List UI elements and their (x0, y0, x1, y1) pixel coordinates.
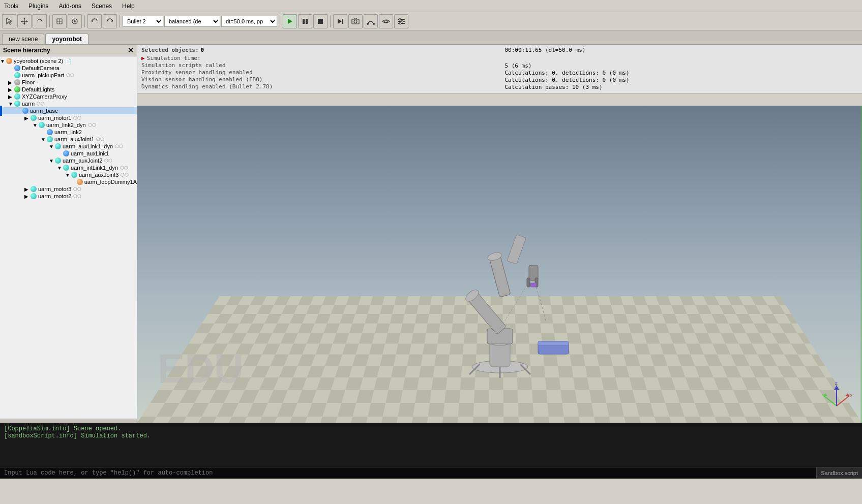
console-area: [CoppeliaSim.info] Scene opened. [sandbo… (0, 423, 862, 479)
expand-proxy[interactable]: ▶ (8, 94, 14, 100)
tree-item-auxjoint1[interactable]: ▼ uarm_auxJoint1 ⬡ ⬡ (0, 136, 137, 143)
expand-motor1[interactable]: ▶ (24, 115, 31, 121)
icon-link2dyn (39, 122, 45, 128)
label-lights: DefaultLights (22, 86, 54, 92)
redo-btn[interactable] (103, 14, 117, 28)
tree-item-yoyorobot[interactable]: ▼ yoyorobot (scene 2) 📄 (0, 57, 137, 65)
expand-lights[interactable]: ▶ (8, 87, 14, 92)
tree-item-loopdummy[interactable]: ▶ uarm_loopDummy1A (0, 178, 137, 185)
menubar: Tools Plugins Add-ons Scenes Help (0, 0, 862, 12)
icon-m2a: ⬡ (73, 194, 77, 199)
expand-auxlink1dyn[interactable]: ▼ (49, 144, 55, 149)
label-link2dyn: uarm_link2_dyn (46, 122, 86, 128)
tree-item-motor1[interactable]: ▶ uarm_motor1 ⬡ ⬡ (0, 114, 137, 121)
tab-yoyorobot[interactable]: yoyorobot (45, 34, 88, 44)
icon-motor1 (31, 115, 37, 121)
hierarchy-hscroll[interactable] (0, 419, 137, 423)
svg-marker-3 (23, 23, 25, 25)
icon-pickup (14, 72, 20, 78)
menu-addons[interactable]: Add-ons (56, 2, 83, 11)
proximity-value: Calculations: 0, detections: 0 (0 ms) (505, 70, 630, 76)
viewport-3d[interactable]: EDU (137, 106, 862, 423)
expand-floor[interactable]: ▶ (8, 80, 14, 85)
expand-auxjoint3[interactable]: ▼ (65, 172, 71, 178)
tab-new-scene[interactable]: new scene (2, 34, 44, 44)
scene-hierarchy-close[interactable]: ✕ (128, 46, 134, 54)
link-btn[interactable] (68, 14, 82, 28)
sim-scripts-label: Simulation scripts called (141, 62, 226, 69)
step-btn[interactable] (333, 14, 347, 28)
tree-item-defaultcamera[interactable]: ▶ DefaultCamera (0, 65, 137, 72)
settings-btn[interactable] (394, 14, 408, 28)
scripts-value: 5 (6 ms) (505, 62, 532, 69)
expand-uarm[interactable]: ▼ (8, 101, 14, 107)
tree-item-motor3[interactable]: ▶ uarm_motor3 ⬡ ⬡ (0, 185, 137, 193)
svg-rect-42 (507, 235, 526, 265)
menu-tools[interactable]: Tools (2, 2, 20, 11)
play-btn[interactable] (283, 14, 297, 28)
svg-point-21 (354, 20, 357, 23)
timestep-select[interactable]: dt=50.0 ms, pp dt=10.0 ms, pp dt=25.0 ms… (221, 16, 277, 27)
move-tool-btn[interactable] (17, 14, 32, 28)
undo-btn[interactable] (87, 14, 102, 28)
console-line-2: [sandboxScript.info] Simulation started. (4, 432, 858, 439)
svg-point-28 (399, 18, 401, 20)
expand-auxjoint1[interactable]: ▼ (41, 137, 47, 142)
select-tool-btn[interactable] (2, 14, 16, 28)
tree-item-uarmbase[interactable]: ▶ uarm_base (0, 107, 137, 114)
console-input-field[interactable] (0, 467, 816, 479)
vision-label: Vision sensor handling enabled (FBO) (141, 76, 262, 83)
menu-scenes[interactable]: Scenes (90, 2, 114, 11)
tree-item-intlink1dyn[interactable]: ▼ uarm_intLink1_dyn ⬡ ⬡ (0, 164, 137, 171)
tree-item-auxjoint2[interactable]: ▼ uarm_auxJoint2 ⬡ ⬡ (0, 157, 137, 164)
menu-help[interactable]: Help (120, 2, 137, 11)
tree-item-link2dyn[interactable]: ▼ uarm_link2_dyn ⬡ ⬡ (0, 121, 137, 129)
tree-item-auxlink1dyn[interactable]: ▼ uarm_auxLink1_dyn ⬡ ⬡ (0, 143, 137, 150)
path-btn[interactable] (364, 14, 378, 28)
rotate-tool-btn[interactable] (33, 14, 47, 28)
scene-hierarchy-title: Scene hierarchy (3, 47, 50, 54)
expand-motor2[interactable]: ▶ (24, 194, 31, 199)
icon-link2 (47, 129, 53, 135)
svg-marker-4 (21, 20, 22, 22)
tree-item-auxjoint3[interactable]: ▼ uarm_auxJoint3 ⬡ ⬡ (0, 171, 137, 178)
camera-btn[interactable] (348, 14, 363, 28)
label-auxjoint2: uarm_auxJoint2 (63, 158, 102, 164)
tree-item-pickup[interactable]: ▶ uarm_pickupPart ⬡ ⬡ (0, 72, 137, 79)
dynamics-value: Calculation passes: 10 (3 ms) (505, 84, 603, 90)
tree-item-motor2[interactable]: ▶ uarm_motor2 ⬡ ⬡ (0, 193, 137, 200)
label-auxjoint1: uarm_auxJoint1 (54, 136, 94, 142)
label-motor2: uarm_motor2 (38, 193, 71, 199)
sim-time-value: 00:00:11.65 (dt=50.0 ms) (505, 47, 586, 53)
toolbar-sep-4 (280, 15, 280, 27)
selected-objects-value: 0 (201, 47, 204, 53)
tree-item-uarm[interactable]: ▼ uarm ⬡ ⬡ (0, 100, 137, 107)
tree-item-link2[interactable]: ▶ uarm_link2 (0, 129, 137, 136)
stop-btn[interactable] (313, 14, 328, 28)
icon-m1-a: ⬡ (73, 115, 77, 120)
object-btn[interactable] (52, 14, 67, 28)
tree-item-lights[interactable]: ▶ DefaultLights (0, 86, 137, 93)
toolbar-sep-2 (84, 15, 85, 27)
icon-motor2 (31, 193, 37, 199)
expand-auxjoint2[interactable]: ▼ (49, 158, 55, 164)
expand-link2dyn[interactable]: ▼ (33, 122, 39, 128)
eye-btn[interactable] (379, 14, 393, 28)
tree-item-auxlink1[interactable]: ▶ uarm_auxLink1 (0, 150, 137, 157)
menu-plugins[interactable]: Plugins (26, 2, 50, 11)
expand-motor3[interactable]: ▶ (24, 186, 31, 192)
label-uarm: uarm (22, 101, 35, 107)
tree-item-proxy[interactable]: ▶ XYZCameraProxy (0, 93, 137, 100)
expand-yoyorobot[interactable]: ▼ (0, 58, 6, 64)
tree-item-floor[interactable]: ▶ Floor · (0, 79, 137, 86)
sim-time-bullet: ▶ (141, 55, 145, 61)
label-auxjoint3: uarm_auxJoint3 (79, 172, 118, 178)
pause-btn[interactable] (298, 14, 312, 28)
icon-al1d: ⬡ (115, 144, 119, 149)
icon-aj3: ⬡ (121, 172, 125, 177)
toolbar: Bullet 2 ODE Vortex Newton balanced (de … (0, 12, 862, 30)
sim-mode-select[interactable]: balanced (de fast accurate (164, 16, 220, 27)
physics-engine-select[interactable]: Bullet 2 ODE Vortex Newton (123, 16, 163, 27)
proximity-value-row: Calculations: 0, detections: 0 (0 ms) (505, 70, 858, 76)
expand-intlink1dyn[interactable]: ▼ (57, 165, 63, 171)
